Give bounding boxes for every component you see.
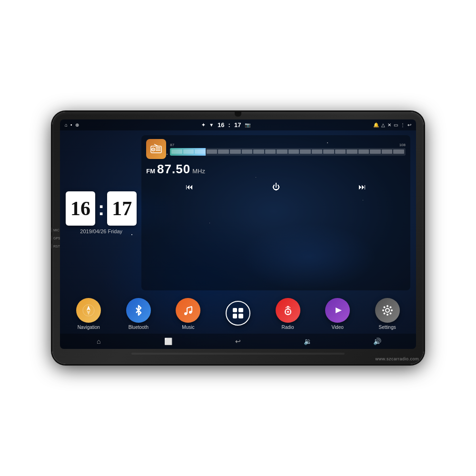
apps-app[interactable] [226, 301, 250, 327]
svg-marker-9 [87, 310, 90, 315]
clock-colon: : [98, 198, 104, 219]
svg-point-25 [386, 308, 389, 312]
status-time: 16 [218, 121, 224, 129]
bt-svg [132, 304, 145, 317]
power-button[interactable]: ⏻ [268, 179, 284, 195]
prev-button[interactable]: ⏮ [182, 179, 197, 195]
svg-point-19 [287, 311, 289, 313]
bar-line [207, 149, 218, 154]
nav-svg [82, 304, 95, 317]
settings-app[interactable]: Settings [375, 298, 400, 330]
back-icon[interactable]: ↩ [407, 122, 411, 128]
back-nav-button[interactable]: ↩ [231, 336, 245, 347]
radio-icon [146, 139, 166, 159]
svg-line-14 [187, 307, 192, 308]
bar-line [393, 149, 404, 154]
bar-line [253, 149, 264, 154]
bar-line [171, 149, 182, 154]
status-center: ✦ ▼ 16 : 17 📷 [201, 121, 250, 129]
wifi-icon: ▼ [209, 122, 214, 128]
grid-cell-1 [233, 308, 238, 313]
video-label: Video [331, 325, 343, 330]
settings-icon [375, 298, 400, 323]
bar-line [323, 149, 334, 154]
android-nav-bar: ⌂ ⬜ ↩ 🔉 🔊 [60, 334, 416, 349]
svg-point-28 [382, 309, 384, 311]
svg-point-2 [153, 149, 154, 150]
bar-line [300, 149, 311, 154]
music-label: Music [182, 325, 194, 330]
bt-label: Bluetooth [129, 325, 149, 330]
status-colon: : [228, 121, 230, 129]
clock-widget: 16 : 17 2019/04/26 Friday [66, 135, 137, 290]
radio-widget: 87 108 [141, 135, 410, 290]
recents-nav-button[interactable]: ⬜ [161, 336, 176, 347]
bt-app[interactable]: Bluetooth [126, 298, 151, 330]
bar-line [347, 149, 357, 154]
svg-point-27 [387, 314, 388, 316]
usb-icon: ⊕ [75, 122, 79, 128]
vol-down-button[interactable]: 🔉 [300, 336, 315, 347]
mhz-label: MHz [192, 168, 205, 175]
bar-line [183, 149, 194, 154]
music-svg [182, 304, 194, 317]
status-bar: ⌂ • ⊕ ✦ ▼ 16 : 17 📷 🔔 △ ✕ ▭ ⋮ ↩ [60, 119, 416, 130]
radio-label: Radio [281, 325, 294, 330]
music-icon [176, 298, 200, 323]
svg-point-32 [389, 307, 391, 308]
svg-point-30 [383, 307, 385, 308]
radio-app-icon [276, 298, 300, 323]
video-svg [331, 304, 344, 317]
svg-rect-0 [151, 146, 161, 153]
clock-hours: 16 [66, 191, 95, 226]
svg-point-33 [383, 313, 385, 315]
camera-icon: 📷 [245, 122, 250, 128]
radio-svg-icon [149, 142, 163, 156]
radio-controls: ⏮ ⏻ ⏭ [146, 179, 406, 195]
window-icon: ▭ [394, 122, 398, 128]
home-icon: ⌂ [65, 122, 68, 128]
more-icon[interactable]: ⋮ [400, 122, 405, 128]
close-icon[interactable]: ✕ [387, 122, 391, 128]
app-row: Navigation Bluetooth [60, 295, 416, 334]
bar-line [335, 149, 346, 154]
radio-bar-lines [170, 148, 406, 156]
clock-minutes: 17 [107, 191, 137, 226]
status-minutes: 17 [234, 121, 241, 129]
frequency-display: 87.50 [157, 162, 190, 177]
bar-line [382, 149, 393, 154]
svg-point-31 [389, 313, 391, 315]
vol-up-button[interactable]: 🔊 [370, 336, 385, 347]
apps-icon [226, 301, 250, 326]
radio-freq-display: FM 87.50 MHz [146, 162, 406, 177]
music-app[interactable]: Music [176, 298, 200, 330]
apps-grid [233, 308, 243, 318]
fm-label: FM [146, 168, 155, 175]
unit-bottom-bar [131, 353, 345, 355]
clock-display: 16 : 17 [66, 191, 137, 226]
bar-line [370, 149, 381, 154]
car-unit: MIC GPS RST ⌂ • ⊕ ✦ ▼ 16 : 17 📷 [52, 112, 424, 364]
eject-icon: △ [381, 122, 385, 128]
svg-marker-8 [87, 306, 90, 310]
home-nav-button[interactable]: ⌂ [91, 336, 106, 347]
video-app[interactable]: Video [325, 298, 350, 330]
bar-line [230, 149, 241, 154]
status-left: ⌂ • ⊕ [65, 122, 79, 128]
video-icon [325, 298, 350, 323]
radio-scale: 87 108 [170, 143, 406, 147]
nav-app[interactable]: Navigation [76, 298, 101, 330]
main-screen: ⌂ • ⊕ ✦ ▼ 16 : 17 📷 🔔 △ ✕ ▭ ⋮ ↩ [60, 119, 416, 349]
volume-icon[interactable]: 🔔 [373, 122, 379, 128]
settings-svg [381, 304, 394, 317]
radio-freq-bar: 87 108 [170, 143, 406, 156]
scale-min: 87 [170, 143, 174, 147]
bar-line [277, 149, 288, 154]
gps-status-icon: ✦ [201, 122, 205, 128]
settings-label: Settings [379, 325, 396, 330]
bar-line [265, 149, 276, 154]
dot-icon: • [70, 122, 72, 128]
next-button[interactable]: ⏭ [355, 179, 370, 195]
radio-app[interactable]: Radio [276, 298, 300, 330]
nav-label: Navigation [78, 325, 100, 330]
